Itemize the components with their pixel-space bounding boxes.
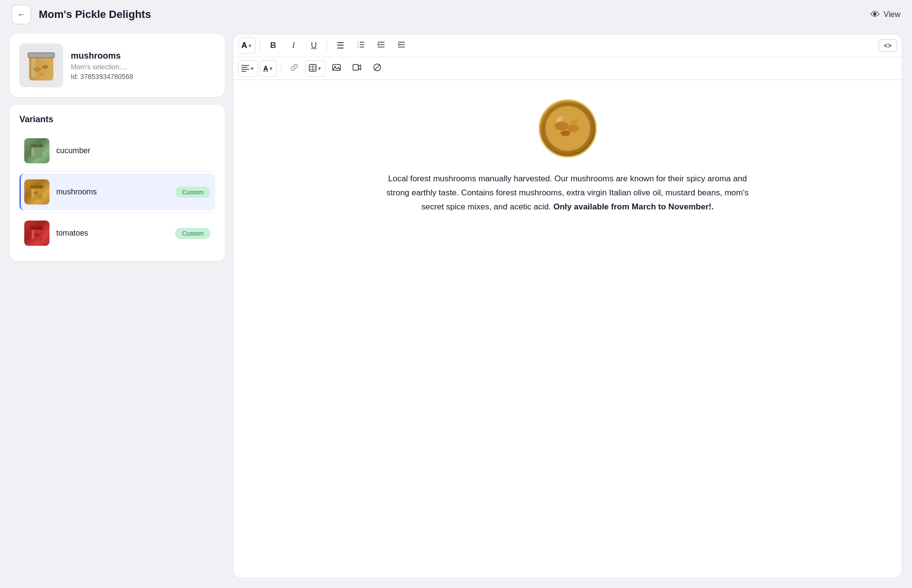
product-info: mushrooms Mom's selection:... Id: 378539… [71, 51, 133, 80]
product-id: Id: 37853934780568 [71, 73, 133, 80]
block-icon [373, 63, 382, 74]
editor-jar-svg [541, 102, 594, 155]
variant-item-tomatoes[interactable]: tomatoes Custom [19, 215, 215, 252]
view-label: View [884, 10, 900, 19]
back-icon: ← [17, 10, 26, 20]
divider-2 [19, 212, 215, 213]
svg-point-14 [33, 191, 38, 194]
variant-thumb-mushrooms [24, 179, 49, 205]
product-image-box [19, 44, 63, 87]
ordered-list-button[interactable]: 123 [352, 37, 370, 54]
image-icon [332, 63, 341, 74]
separator-3 [281, 63, 281, 74]
unordered-list-button[interactable]: ☰ [331, 37, 350, 54]
svg-point-19 [34, 233, 39, 237]
variant-item-cucumber[interactable]: cucumber [19, 132, 215, 169]
video-icon [352, 63, 361, 74]
variant-thumb-cucumber [24, 138, 49, 163]
svg-rect-12 [31, 185, 43, 189]
product-name: mushrooms [71, 51, 133, 61]
content-area: A ▼ B I U ☰ [233, 34, 902, 578]
color-arrow-icon: ▼ [269, 66, 273, 71]
cucumber-jar-icon [27, 141, 47, 160]
product-card: mushrooms Mom's selection:... Id: 378539… [10, 34, 225, 97]
product-subtitle: Mom's selection:... [71, 63, 133, 71]
ol-icon: 123 [356, 40, 365, 51]
align-icon [241, 64, 249, 73]
link-button[interactable] [285, 60, 304, 77]
svg-point-7 [38, 73, 44, 76]
svg-rect-42 [353, 64, 358, 70]
toolbar-row-1: A ▼ B I U ☰ [233, 34, 902, 57]
variants-card: Variants cucumber [10, 105, 225, 261]
back-button[interactable]: ← [12, 5, 31, 24]
table-button[interactable]: ▼ [305, 60, 325, 77]
svg-text:3: 3 [357, 46, 359, 48]
bold-button[interactable]: B [264, 37, 282, 54]
description-bold-text: Only available from March to November!. [553, 202, 714, 211]
variant-list: cucumber [19, 132, 215, 252]
variant-name-mushrooms: mushrooms [56, 188, 168, 196]
editor-toolbar: A ▼ B I U ☰ [233, 34, 902, 80]
divider-1 [19, 171, 215, 172]
svg-point-15 [38, 195, 42, 197]
product-image [22, 48, 61, 84]
svg-point-6 [42, 65, 48, 69]
align-button[interactable]: ▼ [238, 60, 258, 77]
underline-icon: U [311, 41, 317, 50]
app-header: ← Mom's Pickle Delights 👁 View [0, 0, 912, 29]
variant-name-cucumber: cucumber [56, 146, 210, 155]
svg-rect-17 [31, 226, 43, 230]
svg-point-49 [567, 125, 579, 132]
editor-product-image [539, 99, 597, 158]
tomato-jar-icon [27, 223, 47, 243]
svg-point-50 [560, 130, 570, 136]
font-arrow-icon: ▼ [248, 43, 253, 48]
svg-rect-3 [29, 53, 54, 57]
view-button[interactable]: 👁 View [870, 9, 900, 20]
link-icon [290, 63, 299, 74]
variant-item-mushrooms[interactable]: mushrooms Custom [19, 174, 215, 210]
text-color-icon: A [263, 64, 268, 72]
video-button[interactable] [348, 60, 366, 77]
svg-rect-18 [32, 230, 34, 238]
svg-rect-9 [31, 144, 43, 147]
svg-line-44 [374, 64, 380, 70]
separator-2 [327, 40, 327, 51]
editor-description: Local forest mushrooms manually harveste… [379, 172, 757, 214]
svg-rect-10 [32, 147, 34, 156]
eye-icon: 👁 [870, 9, 880, 20]
block-button[interactable] [368, 60, 386, 77]
indent-button[interactable] [392, 37, 411, 54]
italic-icon: I [292, 41, 295, 50]
svg-point-48 [555, 122, 568, 130]
variant-badge-tomatoes: Custom [175, 228, 210, 239]
main-layout: mushrooms Mom's selection:... Id: 378539… [0, 29, 912, 588]
header-left: ← Mom's Pickle Delights [12, 5, 151, 24]
svg-point-51 [570, 120, 578, 125]
table-icon [309, 64, 317, 73]
italic-button[interactable]: I [284, 37, 303, 54]
bold-icon: B [270, 41, 276, 50]
editor-content: Local forest mushrooms manually harveste… [233, 80, 902, 578]
ul-icon: ☰ [336, 40, 344, 51]
toolbar-row-2: ▼ A ▼ [233, 57, 902, 79]
variant-badge-mushrooms: Custom [175, 187, 210, 198]
indent-icon [397, 40, 406, 51]
mushroom-jar-icon [27, 182, 47, 202]
variant-thumb-tomatoes [24, 221, 49, 246]
table-arrow-icon: ▼ [317, 66, 322, 71]
text-color-button[interactable]: A ▼ [260, 60, 277, 77]
code-button[interactable]: <> [879, 39, 897, 52]
svg-point-5 [33, 67, 41, 72]
outdent-icon [377, 40, 385, 51]
outdent-button[interactable] [372, 37, 390, 54]
sidebar: mushrooms Mom's selection:... Id: 378539… [10, 34, 233, 578]
image-button[interactable] [327, 60, 346, 77]
separator-1 [259, 40, 260, 51]
font-size-button[interactable]: A ▼ [238, 37, 256, 54]
font-icon: A [241, 41, 247, 50]
align-arrow-icon: ▼ [250, 66, 255, 71]
variants-title: Variants [19, 114, 215, 125]
underline-button[interactable]: U [304, 37, 323, 54]
